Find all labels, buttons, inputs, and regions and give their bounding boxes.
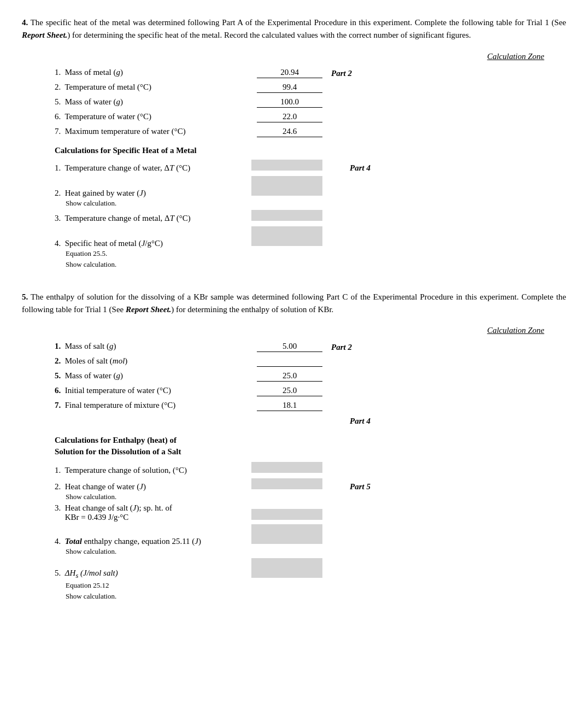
s5-calc-label-4: 4. Total enthalpy change, equation 25.11… — [55, 537, 251, 546]
section5-data-rows: 1. Mass of salt (g) 5.00 Part 2 2. Moles… — [55, 341, 566, 411]
s5-calc-label-5: 5. ΔHs (J/mol salt) — [55, 569, 251, 580]
section5-calc-zone-header: Calculation Zone — [22, 326, 544, 335]
data-row-6: 6. Temperature of water (°C) 22.0 — [55, 111, 566, 122]
s5-data-label-2: 2. Moles of salt (mol) — [55, 355, 257, 367]
calc4-label-3: 3. Temperature change of metal, ΔT (°C) — [55, 214, 251, 223]
calc4-part-1: Part 4 — [339, 163, 448, 173]
s5-calc-row-2: 2. Heat change of water (J) Part 5 — [55, 478, 566, 491]
s5-data-row-1: 1. Mass of salt (g) 5.00 Part 2 — [55, 341, 566, 352]
section-4: 4. The specific heat of the metal was de… — [22, 16, 566, 269]
calc4-label-4: 4. Specific heat of metal (J/g°C) — [55, 239, 251, 248]
calc4-row-2: 2. Heat gained by water (J) — [55, 176, 566, 198]
section4-text: 4. The specific heat of the metal was de… — [22, 16, 566, 42]
section4-calc-items: 1. Temperature change of water, ΔT (°C) … — [55, 160, 566, 269]
section5-bold: Report Sheet. — [126, 305, 171, 314]
s5-calc-note-2: Show calculation. — [66, 493, 566, 501]
data-label-5: 5. Mass of water (g) — [55, 96, 257, 108]
s5-calc-note-4: Show calculation. — [66, 547, 566, 556]
section5-calc-items: 1. Temperature change of solution, (°C) … — [55, 462, 566, 601]
data-row-1: 1. Mass of metal (g) 20.94 Part 2 — [55, 67, 566, 78]
section4-number: 4. — [22, 18, 28, 27]
s5-data-value-2 — [257, 357, 322, 367]
calc4-note-2: Show calculation. — [66, 199, 566, 208]
s5-data-row-2: 2. Moles of salt (mol) — [55, 355, 566, 367]
data-value-7: 24.6 — [257, 127, 322, 137]
s5-calc-label-2: 2. Heat change of water (J) — [55, 482, 251, 491]
section5-text-after: ) for determining the enthalpy of soluti… — [171, 305, 333, 314]
data-row-5: 5. Mass of water (g) 100.0 — [55, 96, 566, 108]
s5-calc-label-1: 1. Temperature change of solution, (°C) — [55, 466, 251, 475]
s5-calc-note-5b: Show calculation. — [66, 592, 566, 601]
s5-data-value-6: 25.0 — [257, 386, 322, 396]
s5-data-row-7: 7. Final temperature of mixture (°C) 18.… — [55, 400, 566, 411]
s5-data-part-1: Part 2 — [322, 343, 421, 352]
calc4-label-1: 1. Temperature change of water, ΔT (°C) — [55, 163, 251, 173]
section-5: 5. The enthalpy of solution for the diss… — [22, 291, 566, 601]
calc4-label-2: 2. Heat gained by water (J) — [55, 189, 251, 198]
section4-text-after: ) for determining the specific heat of t… — [67, 31, 471, 39]
s5-data-row-6: 6. Initial temperature of water (°C) 25.… — [55, 385, 566, 396]
data-row-7: 7. Maximum temperature of water (°C) 24.… — [55, 126, 566, 137]
s5-calc-label-3: 3. Heat change of salt (J); sp. ht. of K… — [55, 503, 251, 522]
s5-data-label-5: 5. Mass of water (g) — [55, 370, 257, 382]
calc4-input-2[interactable] — [251, 176, 339, 198]
s5-data-label-6: 6. Initial temperature of water (°C) — [55, 385, 257, 396]
s5-calc-input-2[interactable] — [251, 478, 339, 491]
data-part-1: Part 2 — [322, 69, 421, 78]
s5-calc-row-1: 1. Temperature change of solution, (°C) — [55, 462, 566, 475]
s5-data-value-1: 5.00 — [257, 342, 322, 352]
s5-part4-label: Part 4 — [339, 417, 448, 426]
s5-data-label-1: 1. Mass of salt (g) — [55, 341, 257, 352]
calc4-input-3[interactable] — [251, 210, 339, 223]
calc4-row-3: 3. Temperature change of metal, ΔT (°C) — [55, 210, 566, 223]
s5-data-label-7: 7. Final temperature of mixture (°C) — [55, 400, 257, 411]
s5-part5-label: Part 5 — [339, 482, 448, 491]
s5-calc-row-4: 4. Total enthalpy change, equation 25.11… — [55, 524, 566, 546]
calc4-row-4: 4. Specific heat of metal (J/g°C) — [55, 226, 566, 248]
calc4-row-1: 1. Temperature change of water, ΔT (°C) … — [55, 160, 566, 173]
data-label-6: 6. Temperature of water (°C) — [55, 111, 257, 122]
s5-calc-row-3: 3. Heat change of salt (J); sp. ht. of K… — [55, 503, 566, 522]
s5-data-value-5: 25.0 — [257, 371, 322, 382]
s5-data-value-7: 18.1 — [257, 401, 322, 411]
section4-text-before: The specific heat of the metal was deter… — [31, 18, 566, 27]
data-label-7: 7. Maximum temperature of water (°C) — [55, 126, 257, 137]
section4-calc-zone-header: Calculation Zone — [22, 52, 544, 61]
s5-calc-input-1[interactable] — [251, 462, 339, 475]
section4-bold: Report Sheet. — [22, 31, 67, 39]
section4-data-rows: 1. Mass of metal (g) 20.94 Part 2 2. Tem… — [55, 67, 566, 137]
section5-calcs-header: Calculations for Enthalpy (heat) of Solu… — [55, 435, 251, 458]
section5-number: 5. — [22, 292, 28, 301]
data-row-2: 2. Temperature of metal (°C) 99.4 — [55, 81, 566, 93]
calc4-input-1[interactable] — [251, 160, 339, 173]
data-label-2: 2. Temperature of metal (°C) — [55, 81, 257, 93]
s5-data-row-5: 5. Mass of water (g) 25.0 — [55, 370, 566, 382]
data-value-1: 20.94 — [257, 68, 322, 78]
data-value-2: 99.4 — [257, 83, 322, 93]
section5-text: 5. The enthalpy of solution for the diss… — [22, 291, 566, 317]
s5-calc-input-3[interactable] — [251, 509, 339, 522]
calc4-input-4[interactable] — [251, 226, 339, 248]
calc4-note-4a: Equation 25.5. — [66, 249, 566, 258]
s5-part4-row: Part 4 — [55, 417, 566, 426]
s5-calc-input-5[interactable] — [251, 558, 339, 580]
s5-calc-row-5: 5. ΔHs (J/mol salt) — [55, 558, 566, 580]
s5-calc-note-5a: Equation 25.12 — [66, 581, 566, 590]
section4-calcs-header: Calculations for Specific Heat of a Meta… — [55, 146, 566, 155]
calc4-note-4b: Show calculation. — [66, 260, 566, 269]
s5-calc-input-4[interactable] — [251, 524, 339, 546]
data-value-6: 22.0 — [257, 112, 322, 122]
data-label-1: 1. Mass of metal (g) — [55, 67, 257, 78]
data-value-5: 100.0 — [257, 97, 322, 108]
